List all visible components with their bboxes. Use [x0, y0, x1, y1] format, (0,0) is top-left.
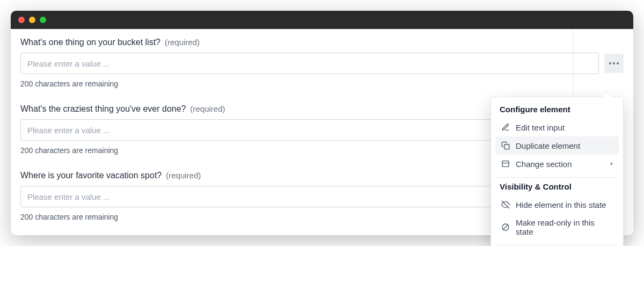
text-input[interactable]	[20, 53, 599, 74]
pencil-icon	[501, 122, 510, 132]
eye-off-icon	[501, 200, 510, 209]
app-window: What's one thing on your bucket list? (r…	[11, 11, 633, 235]
svg-rect-1	[502, 161, 509, 167]
field-required-hint: (required)	[166, 171, 201, 180]
more-icon	[613, 62, 615, 64]
readonly-icon	[501, 222, 510, 232]
configure-element-popover: Configure element Edit text input Duplic…	[491, 97, 624, 246]
menu-item-label: Edit text input	[516, 123, 565, 132]
close-window-button[interactable]	[18, 17, 25, 23]
field-label: What's the craziest thing you've ever do…	[20, 104, 186, 114]
minimize-window-button[interactable]	[29, 17, 35, 23]
popover-section-title: Configure element	[491, 105, 623, 118]
duplicate-icon	[501, 141, 510, 150]
field-label: Where is your favorite vacation spot?	[20, 171, 162, 180]
menu-item-label: Duplicate element	[516, 141, 580, 150]
popover-group: Edit text input Duplicate element Change…	[491, 118, 623, 173]
content-area: What's one thing on your bucket list? (r…	[11, 29, 633, 235]
field-label: What's one thing on your bucket list?	[20, 38, 160, 47]
menu-item-hide-element[interactable]: Hide element in this state	[495, 195, 619, 214]
popover-separator	[497, 177, 617, 178]
chevron-right-icon	[609, 161, 614, 166]
section-icon	[501, 159, 510, 169]
menu-item-change-section[interactable]: Change section	[495, 155, 619, 173]
menu-item-label: Change section	[516, 159, 572, 169]
menu-item-label: Hide element in this state	[516, 200, 606, 209]
popover-section-title: Visibility & Control	[491, 182, 623, 195]
svg-rect-0	[504, 144, 509, 149]
field-label-row: What's one thing on your bucket list? (r…	[20, 38, 624, 47]
svg-line-5	[503, 224, 508, 229]
input-row	[20, 53, 624, 74]
more-icon	[609, 62, 611, 64]
field-required-hint: (required)	[165, 38, 200, 47]
form-field: What's one thing on your bucket list? (r…	[20, 38, 624, 88]
popover-separator	[497, 245, 617, 245]
menu-item-make-readonly[interactable]: Make read-only in this state	[495, 214, 619, 241]
char-remaining: 200 characters are remaining	[20, 79, 624, 88]
more-icon	[617, 62, 619, 64]
maximize-window-button[interactable]	[40, 17, 46, 23]
field-required-hint: (required)	[191, 104, 225, 113]
element-more-button[interactable]	[604, 54, 624, 73]
menu-item-label: Make read-only in this state	[516, 218, 613, 236]
popover-group: Hide element in this state Make read-onl…	[491, 195, 623, 241]
window-titlebar	[11, 11, 633, 29]
menu-item-duplicate-element[interactable]: Duplicate element	[495, 136, 619, 155]
traffic-lights	[18, 17, 46, 23]
menu-item-edit-text-input[interactable]: Edit text input	[495, 118, 619, 136]
